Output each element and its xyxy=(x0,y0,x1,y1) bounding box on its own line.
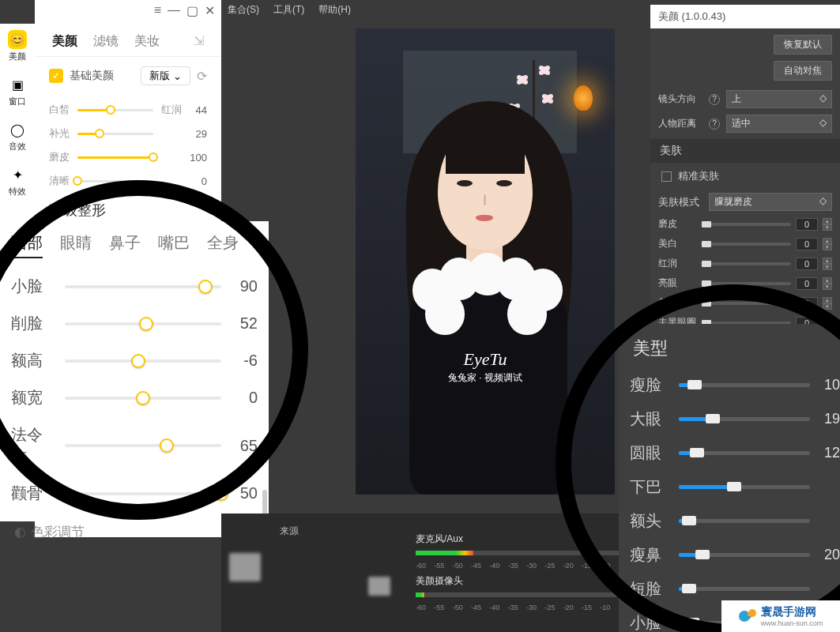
face-slider-value: 52 xyxy=(231,314,258,333)
rail-item[interactable]: 😊美颜 xyxy=(0,24,35,69)
basic-checkbox[interactable]: ✓ xyxy=(49,69,63,83)
facetab-eye[interactable]: 眼睛 xyxy=(60,232,92,258)
rs-spinner[interactable]: ▴▾ xyxy=(823,277,832,290)
slider-value: 44 xyxy=(188,104,207,116)
rail-icon: ◯ xyxy=(8,120,27,139)
person-dress-ruffle xyxy=(412,258,563,329)
help-icon[interactable]: ? xyxy=(709,118,720,130)
rail-label: 窗口 xyxy=(9,96,26,107)
slider-track[interactable] xyxy=(77,133,153,135)
face-slider-value: 0 xyxy=(231,389,258,407)
rail-item[interactable]: ✦特效 xyxy=(0,159,35,204)
mode-label: 美肤模式 xyxy=(658,195,703,209)
face-slider-value: 90 xyxy=(231,277,258,295)
rs-value: 0 xyxy=(796,297,818,310)
shape-track[interactable] xyxy=(679,383,810,387)
rail-item[interactable]: ◯音效 xyxy=(0,114,35,159)
shape-track[interactable] xyxy=(679,519,810,523)
rs-value: 0 xyxy=(796,258,818,270)
face-slider-track[interactable] xyxy=(65,285,221,288)
face-slider-track[interactable] xyxy=(65,322,221,325)
advanced-title: 高级整形 xyxy=(35,196,221,224)
maximize-icon[interactable]: ▢ xyxy=(186,3,198,21)
tab-filter[interactable]: 滤镜 xyxy=(93,33,119,50)
expand-icon[interactable]: ⇲ xyxy=(194,33,204,50)
shape-value: 12 xyxy=(823,445,840,461)
slider-track[interactable] xyxy=(77,180,153,182)
face-slider-label: 额高 xyxy=(11,350,55,371)
mode-select[interactable]: 朦胧磨皮◇ xyxy=(709,193,832,211)
rs-spinner[interactable]: ▴▾ xyxy=(823,238,832,250)
shape-slider-row: 瘦鼻 20 xyxy=(630,538,840,572)
rail-icon: 😊 xyxy=(8,30,27,49)
tab-beauty[interactable]: 美颜 xyxy=(52,33,77,50)
restore-default-button[interactable]: 恢复默认 xyxy=(774,35,832,55)
rail-item[interactable]: ▣窗口 xyxy=(0,69,35,114)
slider-track[interactable] xyxy=(77,156,153,159)
basic-label: 基础美颜 xyxy=(70,69,134,83)
menu-set[interactable]: 集合(S) xyxy=(228,3,259,17)
slider-label-left: 补光 xyxy=(49,126,71,141)
shape-track[interactable] xyxy=(679,485,810,489)
beauty-tabs: 美颜 滤镜 美妆 ⇲ xyxy=(35,24,221,57)
facetab-nose[interactable]: 鼻子 xyxy=(109,232,141,258)
dist-select[interactable]: 适中◇ xyxy=(726,115,832,133)
facetab-mouth[interactable]: 嘴巴 xyxy=(158,232,190,258)
face-slider-value: 65 xyxy=(231,437,258,455)
shape-track[interactable] xyxy=(679,451,810,455)
shape-track[interactable] xyxy=(679,417,810,421)
menu-tools[interactable]: 工具(T) xyxy=(273,3,304,17)
facetab-body[interactable]: 全身 xyxy=(207,232,239,258)
right-skin-row: 磨皮 0 ▴▾ xyxy=(650,214,840,234)
slider-value: 0 xyxy=(188,175,207,187)
shape-header: 美型 xyxy=(630,332,840,368)
face-slider-row: 法令纹 65 xyxy=(11,416,258,475)
facetab-face[interactable]: 面部 xyxy=(11,232,43,258)
watermark-logo-icon xyxy=(739,608,756,625)
slider-track[interactable] xyxy=(77,109,153,111)
cam-scale: -60-55-50-45-40-35-30-25-20-15-10-50 xyxy=(416,604,637,611)
rs-spinner[interactable]: ▴▾ xyxy=(823,297,832,310)
shape-track[interactable] xyxy=(679,553,810,557)
close-icon[interactable]: ✕ xyxy=(205,3,215,21)
slider-label-left: 清晰 xyxy=(49,174,71,188)
video-preview: EyeTu 兔兔家 · 视频调试 xyxy=(356,28,615,495)
menu-help[interactable]: 帮助(H) xyxy=(318,3,351,17)
version-select[interactable]: 新版⌄ xyxy=(141,66,190,85)
shape-label: 小脸 xyxy=(630,612,666,632)
menu-icon[interactable]: ≡ xyxy=(154,3,161,21)
rs-track[interactable] xyxy=(701,243,791,246)
tab-makeup[interactable]: 美妆 xyxy=(134,33,160,50)
shape-slider-row: 瘦脸 10 xyxy=(630,368,840,402)
rs-track[interactable] xyxy=(701,223,791,226)
face-slider-row: 颧骨 50 xyxy=(11,475,258,512)
shape-slider-row: 圆眼 12 xyxy=(630,436,840,470)
face-slider-track[interactable] xyxy=(65,444,221,447)
refresh-icon[interactable]: ⟳ xyxy=(197,69,207,84)
rs-track[interactable] xyxy=(701,302,791,305)
face-slider-row: 削脸 52 xyxy=(11,305,258,342)
cam-meter xyxy=(416,589,637,602)
precise-checkbox[interactable] xyxy=(661,171,672,182)
face-slider-track[interactable] xyxy=(65,397,221,400)
plugin-title: 美颜 (1.0.0.43) xyxy=(650,5,840,28)
face-slider-track[interactable] xyxy=(65,359,221,363)
right-skin-sliders: 磨皮 0 ▴▾美白 0 ▴▾红润 0 ▴▾亮眼 0 ▴▾美牙 0 ▴▾去黑眼圈 … xyxy=(650,214,840,333)
minimize-icon[interactable]: — xyxy=(168,3,180,21)
skin-slider-row: 白皙 红润 44 xyxy=(49,98,207,122)
shape-track[interactable] xyxy=(679,587,810,591)
help-icon[interactable]: ? xyxy=(709,94,720,105)
shape-value: 20 xyxy=(823,547,840,563)
rs-spinner[interactable]: ▴▾ xyxy=(823,218,832,231)
slider-label-left: 白皙 xyxy=(49,103,71,117)
face-slider-row: 额高 -6 xyxy=(11,342,258,379)
autofocus-button[interactable]: 自动对焦 xyxy=(774,61,832,81)
rs-track[interactable] xyxy=(701,282,791,285)
rs-track[interactable] xyxy=(701,262,791,265)
mic-label: 麦克风/Aux xyxy=(416,532,637,546)
lens-dir-select[interactable]: 上◇ xyxy=(726,90,832,108)
shape-slider-row: 大眼 19 xyxy=(630,402,840,436)
face-slider-track[interactable] xyxy=(65,492,221,495)
rs-spinner[interactable]: ▴▾ xyxy=(823,258,832,270)
rail-label: 音效 xyxy=(9,141,26,152)
